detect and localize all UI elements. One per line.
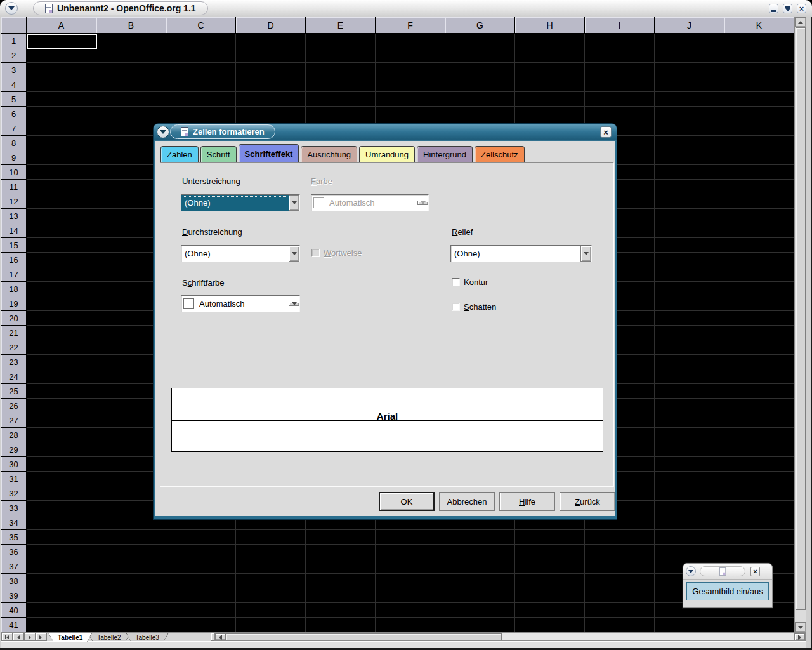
row-header[interactable]: 19 <box>1 296 27 311</box>
dialog-tab[interactable]: Zellschutz <box>475 146 525 162</box>
row-header[interactable]: 12 <box>1 194 27 209</box>
row-header[interactable]: 29 <box>1 442 27 457</box>
row-header[interactable]: 2 <box>1 48 27 63</box>
column-header[interactable]: H <box>515 17 585 34</box>
dialog-tab[interactable]: Hintergrund <box>417 146 473 162</box>
row-header[interactable]: 40 <box>1 603 27 618</box>
row-header[interactable]: 38 <box>1 574 27 588</box>
column-header[interactable]: B <box>96 17 166 34</box>
row-header[interactable]: 13 <box>1 209 27 223</box>
ok-button[interactable]: OK <box>379 492 435 511</box>
vertical-scrollbar-thumb[interactable] <box>796 27 806 610</box>
row-header[interactable]: 17 <box>1 267 27 282</box>
dialog-tab[interactable]: Umrandung <box>359 146 415 162</box>
previous-sheet-button[interactable] <box>13 633 24 641</box>
floating-close-button[interactable]: × <box>750 567 760 576</box>
row-header[interactable]: 27 <box>1 413 27 428</box>
column-header[interactable]: J <box>655 17 724 34</box>
column-header[interactable]: G <box>445 17 515 34</box>
checkbox-icon[interactable] <box>452 303 460 311</box>
row-header[interactable]: 21 <box>1 326 27 340</box>
last-sheet-button[interactable] <box>36 633 47 641</box>
row-header[interactable]: 37 <box>1 559 27 574</box>
row-header[interactable]: 8 <box>1 136 27 150</box>
scroll-left-button[interactable] <box>215 633 226 640</box>
floating-titlebar[interactable]: × <box>683 564 772 580</box>
row-header[interactable]: 14 <box>1 223 27 238</box>
next-sheet-button[interactable] <box>24 633 36 641</box>
row-header[interactable]: 22 <box>1 340 27 355</box>
row-header[interactable]: 35 <box>1 530 27 545</box>
underline-combobox[interactable]: (Ohne) <box>181 194 300 211</box>
column-header[interactable]: C <box>166 17 236 34</box>
row-header[interactable]: 6 <box>1 107 27 121</box>
sheet-tab[interactable]: Tabelle2 <box>88 633 130 642</box>
dialog-close-button[interactable]: × <box>600 126 612 138</box>
back-button[interactable]: Zurück <box>560 492 615 511</box>
underline-dropdown-button[interactable] <box>289 195 299 211</box>
row-header[interactable]: 31 <box>1 472 27 486</box>
row-header[interactable]: 1 <box>1 34 27 48</box>
row-header[interactable]: 28 <box>1 428 27 442</box>
dialog-tab[interactable]: Ausrichtung <box>301 146 357 162</box>
row-header[interactable]: 30 <box>1 457 27 472</box>
row-header[interactable]: 5 <box>1 92 27 107</box>
dialog-tab[interactable]: Zahlen <box>160 146 199 162</box>
row-header[interactable]: 25 <box>1 384 27 399</box>
horizontal-scrollbar[interactable] <box>214 633 806 641</box>
checkbox-icon[interactable] <box>452 278 460 286</box>
shadow-checkbox[interactable]: Schatten <box>452 302 496 312</box>
select-all-corner[interactable] <box>1 17 27 34</box>
row-header[interactable]: 9 <box>1 150 27 165</box>
first-sheet-button[interactable] <box>1 633 13 641</box>
row-header[interactable]: 16 <box>1 253 27 267</box>
row-header[interactable]: 24 <box>1 369 27 384</box>
column-header[interactable]: I <box>585 17 655 34</box>
strikethrough-dropdown-button[interactable] <box>289 246 299 262</box>
relief-dropdown-button[interactable] <box>580 246 591 262</box>
row-header[interactable]: 26 <box>1 399 27 413</box>
row-header[interactable]: 20 <box>1 311 27 326</box>
cancel-button[interactable]: Abbrechen <box>439 492 495 511</box>
row-header[interactable]: 32 <box>1 486 27 501</box>
row-header[interactable]: 18 <box>1 282 27 296</box>
row-header[interactable]: 10 <box>1 165 27 180</box>
strikethrough-combobox[interactable]: (Ohne) <box>181 245 300 262</box>
row-header[interactable]: 4 <box>1 77 27 92</box>
row-header[interactable]: 41 <box>1 618 27 632</box>
minimize-button[interactable] <box>769 4 778 13</box>
row-header[interactable]: 23 <box>1 355 27 369</box>
close-button[interactable]: × <box>797 4 806 13</box>
row-header[interactable]: 3 <box>1 63 27 77</box>
help-button[interactable]: Hilfe <box>499 492 555 511</box>
font-color-combobox[interactable]: Automatisch <box>181 295 300 312</box>
toggle-preview-button[interactable]: Gesamtbild ein/aus <box>686 582 769 600</box>
cell-cursor-a1[interactable] <box>27 34 97 49</box>
scroll-up-button[interactable] <box>795 17 806 27</box>
relief-combobox[interactable]: (Ohne) <box>450 245 592 262</box>
font-color-dropdown-button[interactable] <box>289 302 299 306</box>
row-header[interactable]: 39 <box>1 588 27 603</box>
dialog-menu-button[interactable] <box>157 126 169 138</box>
dialog-tab[interactable]: Schrifteffekt <box>239 144 299 162</box>
scroll-down-button[interactable] <box>795 622 806 632</box>
column-header[interactable]: F <box>376 17 445 34</box>
scroll-right-button[interactable] <box>794 633 805 640</box>
row-header[interactable]: 33 <box>1 501 27 515</box>
sheet-tab[interactable]: Tabelle1 <box>48 633 92 642</box>
column-header[interactable]: K <box>724 17 794 34</box>
window-menu-button[interactable] <box>5 2 18 15</box>
dialog-titlebar[interactable]: Zellen formatieren × <box>154 124 617 141</box>
row-header[interactable]: 7 <box>1 121 27 136</box>
column-header[interactable]: D <box>236 17 306 34</box>
horizontal-scrollbar-thumb[interactable] <box>226 633 502 640</box>
row-header[interactable]: 34 <box>1 515 27 530</box>
maximize-button[interactable] <box>783 4 792 13</box>
dialog-tab[interactable]: Schrift <box>200 146 237 162</box>
floating-menu-button[interactable] <box>686 566 696 576</box>
vertical-scrollbar[interactable] <box>794 17 806 632</box>
row-header[interactable]: 36 <box>1 545 27 559</box>
row-header[interactable]: 15 <box>1 238 27 253</box>
outline-checkbox[interactable]: Kontur <box>452 277 488 287</box>
column-header[interactable]: A <box>27 17 96 34</box>
